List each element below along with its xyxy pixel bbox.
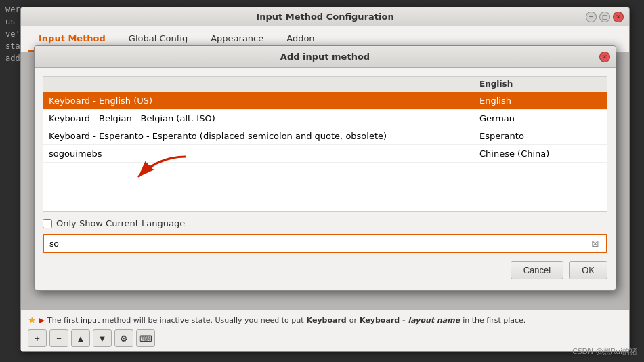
list-item-2-name: Keyboard - Belgian - Belgian (alt. ISO) xyxy=(49,113,479,123)
dialog-overlay: Add input method ✕ English Keyboard - E xyxy=(21,52,629,310)
toolbar-buttons: + − ▲ ▼ ⚙ ⌨ xyxy=(28,329,622,347)
remove-button[interactable]: − xyxy=(49,329,68,347)
configure-button[interactable]: ⚙ xyxy=(114,329,133,347)
main-titlebar: Input Method Configuration ─ □ ✕ xyxy=(21,7,629,26)
watermark: CSDN @想Rui的猪 xyxy=(572,346,637,357)
input-method-list[interactable]: English Keyboard - English (US) English … xyxy=(43,76,607,212)
hint-italic-layout-name: layout name xyxy=(408,316,460,325)
hint-text-1: The first input method will be inactive … xyxy=(47,316,304,325)
list-col-name-header xyxy=(49,79,479,89)
list-item-1-name: Keyboard - English (US) xyxy=(49,96,479,106)
dialog-body: English Keyboard - English (US) English … xyxy=(35,68,616,290)
search-input[interactable] xyxy=(49,239,590,249)
keyboard-button[interactable]: ⌨ xyxy=(136,329,155,347)
star-icon: ★ xyxy=(28,315,37,325)
arrow-right-icon: ▶ xyxy=(39,316,45,325)
move-up-button[interactable]: ▲ xyxy=(71,329,90,347)
minimize-button[interactable]: ─ xyxy=(586,12,597,22)
main-config-window: Input Method Configuration ─ □ ✕ Input M… xyxy=(20,7,630,352)
maximize-button[interactable]: □ xyxy=(599,12,610,22)
add-button[interactable]: + xyxy=(28,329,47,347)
close-main-button[interactable]: ✕ xyxy=(613,12,624,22)
checkbox-label: Only Show Current Language xyxy=(56,218,185,228)
list-col-lang-header: English xyxy=(479,79,601,89)
list-item-4-lang: Chinese (China) xyxy=(479,148,601,159)
bottom-toolbar: ★ ▶ The first input method will be inact… xyxy=(21,310,629,351)
list-item-2[interactable]: Keyboard - Belgian - Belgian (alt. ISO) … xyxy=(43,110,607,127)
hint-bold-keyboard-layout: Keyboard - xyxy=(360,316,406,325)
list-item-1-lang: English xyxy=(479,96,601,106)
main-window-title: Input Method Configuration xyxy=(256,12,393,22)
list-item-3[interactable]: Keyboard - Esperanto - Esperanto (displa… xyxy=(43,127,607,145)
list-item-1[interactable]: Keyboard - English (US) English xyxy=(43,92,607,110)
move-down-button[interactable]: ▼ xyxy=(93,329,112,347)
list-header: English xyxy=(43,77,607,92)
window-controls: ─ □ ✕ xyxy=(586,12,624,22)
list-item-4[interactable]: sogouimebs Chinese (China) xyxy=(43,145,607,163)
dialog-title: Add input method xyxy=(280,52,370,62)
hint-or: or xyxy=(349,316,357,325)
add-input-method-dialog: Add input method ✕ English Keyboard - E xyxy=(34,45,616,291)
checkbox-row: Only Show Current Language xyxy=(43,218,607,228)
toolbar-hint: ★ ▶ The first input method will be inact… xyxy=(28,315,622,325)
dialog-footer: Cancel OK xyxy=(43,261,607,282)
cancel-button[interactable]: Cancel xyxy=(511,261,563,279)
dialog-titlebar: Add input method ✕ xyxy=(35,46,616,68)
tab-content: Add input method ✕ English Keyboard - E xyxy=(21,52,629,310)
search-row: ⊠ xyxy=(43,234,607,253)
hint-text-end: in the first place. xyxy=(463,316,525,325)
dialog-close-button[interactable]: ✕ xyxy=(599,52,610,62)
list-item-3-lang: Esperanto xyxy=(479,131,601,141)
search-clear-button[interactable]: ⊠ xyxy=(590,238,601,249)
list-item-2-lang: German xyxy=(479,113,601,123)
only-show-current-language-checkbox[interactable] xyxy=(43,219,52,228)
ok-button[interactable]: OK xyxy=(569,261,607,279)
list-item-3-name: Keyboard - Esperanto - Esperanto (displa… xyxy=(49,131,479,141)
hint-bold-keyboard: Keyboard xyxy=(307,316,347,325)
list-item-4-name: sogouimebs xyxy=(49,148,479,159)
